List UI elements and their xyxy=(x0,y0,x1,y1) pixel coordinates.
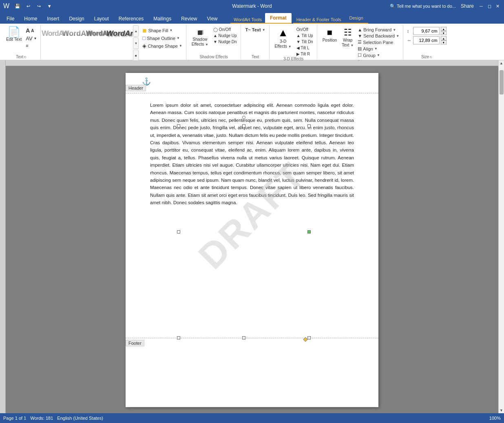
size-content: ↕ ▲ ▼ ↔ ▲ ▼ xyxy=(407,25,447,55)
3d-tilt-up-button[interactable]: ▲ Tilt Up xyxy=(295,33,314,38)
tab-view[interactable]: View xyxy=(202,14,223,24)
bring-forward-label: Bring Forward xyxy=(363,27,391,32)
header-area[interactable]: ⚓ Header xyxy=(126,73,378,93)
width-icon: ↔ xyxy=(407,38,412,43)
scrollbar-vertical[interactable]: ▲ ▼ xyxy=(498,60,504,413)
indent-icon: ≡ xyxy=(26,43,28,48)
width-input[interactable] xyxy=(413,36,440,44)
size-expand-icon[interactable]: ⎋ xyxy=(430,55,432,59)
edit-text-button[interactable]: 📄 Edit Text xyxy=(4,25,24,43)
av-spacing-button[interactable]: AV ▼ xyxy=(24,35,38,42)
group-arrange: ■ Position ☷ WrapText ▼ ▲ Bring Forward … xyxy=(318,24,403,60)
minimize-button[interactable]: ─ xyxy=(478,3,484,9)
handle-mr[interactable] xyxy=(307,230,311,234)
wordart-style-4[interactable]: WordArt xyxy=(110,26,131,41)
word-count: Words: 181 xyxy=(30,416,53,421)
bring-forward-button[interactable]: ▲ Bring Forward ▼ xyxy=(356,27,400,33)
shape-fill-arrow: ▼ xyxy=(169,29,172,32)
font-size-small-icon: A xyxy=(31,29,34,33)
save-button[interactable]: 💾 xyxy=(13,2,22,10)
align-button[interactable]: ▤ Align ▼ xyxy=(356,46,400,52)
scroll-thumb[interactable] xyxy=(500,70,504,95)
3d-tilt-right-button[interactable]: ▶ Tilt R xyxy=(295,51,314,57)
send-backward-button[interactable]: ▼ Send Backward ▼ xyxy=(356,33,400,39)
wordart-style-2[interactable]: WordArt xyxy=(66,26,87,41)
edit-text-label: Edit Text xyxy=(6,37,22,42)
shape-outline-icon: □ xyxy=(142,35,146,41)
shape-outline-button[interactable]: □ Shape Outline ▼ xyxy=(141,35,183,42)
font-size-large-icon: A xyxy=(26,27,30,34)
position-button[interactable]: ■ Position xyxy=(321,26,339,44)
page-content: DRAFT Lorem xyxy=(126,93,378,338)
tab-design[interactable]: Design xyxy=(64,14,89,24)
tab-references[interactable]: References xyxy=(114,14,148,24)
handle-ml[interactable] xyxy=(177,230,180,234)
align-icon: ▤ xyxy=(358,46,362,51)
word-icon: W xyxy=(3,2,9,10)
width-spin-down[interactable]: ▼ xyxy=(441,40,447,44)
page-info: Page 1 of 1 xyxy=(3,416,26,421)
height-input[interactable] xyxy=(413,27,440,35)
footer-area[interactable]: Footer xyxy=(126,338,378,354)
3d-on-off-button[interactable]: On/Off xyxy=(295,27,314,32)
wordart-scroll-up[interactable]: ▲ xyxy=(133,25,139,37)
3d-effects-label: 3-DEffects ▼ xyxy=(275,39,292,49)
quick-access-toolbar: W 💾 ↩ ↪ ▼ xyxy=(3,2,53,10)
height-spin-down[interactable]: ▼ xyxy=(441,31,447,35)
group-shadow-label: Shadow Effects xyxy=(190,55,238,60)
doc-area: ⚓ Header DRAFT xyxy=(0,60,504,413)
footer-label: Footer xyxy=(126,340,144,346)
shadow-effects-button[interactable]: ■ ■ ShadowEffects ▼ xyxy=(190,25,210,48)
tab-review[interactable]: Review xyxy=(176,14,202,24)
group-objects-button[interactable]: ☐ Group ▼ xyxy=(356,52,400,58)
wrap-text-icon: ☷ xyxy=(344,27,352,38)
close-button[interactable]: ✕ xyxy=(494,3,501,9)
change-shape-icon: ◈ xyxy=(142,43,146,49)
font-size-large-button[interactable]: A A xyxy=(24,27,38,34)
text-format-btns: T~ Text ▼ xyxy=(244,25,267,33)
group-text-expand-icon[interactable]: ⎋ xyxy=(24,55,26,59)
wordart-styles-row1: WordArt WordArt WordArt WordArt xyxy=(44,26,131,41)
tab-insert[interactable]: Insert xyxy=(42,14,64,24)
3d-effects-button[interactable]: ▲ 3-DEffects ▼ xyxy=(273,25,294,50)
doc-scroll-area[interactable]: ⚓ Header DRAFT xyxy=(6,60,498,413)
shape-fill-button[interactable]: ◼ Shape Fill ▼ xyxy=(141,27,183,34)
customize-qat-button[interactable]: ▼ xyxy=(45,2,53,10)
shadow-nudge-up-button[interactable]: ▲ Nudge Up xyxy=(212,33,238,38)
undo-button[interactable]: ↩ xyxy=(24,2,32,10)
text-button[interactable]: T~ Text ▼ xyxy=(244,27,267,33)
3d-tilt-down-button[interactable]: ▼ Tilt Dn xyxy=(295,39,314,44)
scroll-up-button[interactable]: ▲ xyxy=(499,60,504,66)
wordart-scroll-more[interactable]: ■ xyxy=(133,50,139,61)
text-small-btns: A A AV ▼ ≡ xyxy=(24,25,38,48)
3d-toggle-btns: On/Off ▲ Tilt Up ▼ Tilt Dn ◀ Tilt L ▶ Ti… xyxy=(294,25,314,57)
width-spin-up[interactable]: ▲ xyxy=(441,36,447,40)
help-search[interactable]: 🔍 Tell me what you want to do... xyxy=(390,4,456,9)
restore-button[interactable]: ◻ xyxy=(486,3,493,9)
tab-format[interactable]: Format xyxy=(265,13,292,23)
selection-pane-button[interactable]: ☰ Selection Pane xyxy=(356,39,400,45)
window-controls: 🔍 Tell me what you want to do... Share ─… xyxy=(390,3,501,9)
context-tabs-wordart: WordArt Tools Format xyxy=(230,13,291,24)
tab-file[interactable]: File xyxy=(2,14,19,24)
shadow-on-off-button[interactable]: ◯ On/Off xyxy=(212,27,238,32)
context-tabs-hf: Header & Footer Tools Design xyxy=(293,13,368,24)
shadow-nudge-down-button[interactable]: ▼ Nudge Dn xyxy=(212,39,238,44)
scroll-down-button[interactable]: ▼ xyxy=(499,408,504,413)
3d-tilt-left-button[interactable]: ◀ Tilt L xyxy=(295,45,314,51)
height-spin-up[interactable]: ▲ xyxy=(441,27,447,31)
wrap-text-button[interactable]: ☷ WrapText ▼ xyxy=(340,26,356,49)
tab-mailings[interactable]: Mailings xyxy=(148,14,176,24)
tab-home[interactable]: Home xyxy=(19,14,42,24)
change-shape-button[interactable]: ◈ Change Shape ▼ xyxy=(141,42,183,49)
wordart-scroll-down[interactable]: ▼ xyxy=(133,37,139,49)
height-icon: ↕ xyxy=(407,29,412,33)
tab-layout[interactable]: Layout xyxy=(89,14,114,24)
share-button[interactable]: Share xyxy=(461,3,474,9)
tab-hf-design[interactable]: Design xyxy=(345,13,368,23)
ruler-horizontal xyxy=(6,60,498,66)
status-bar: Page 1 of 1 Words: 181 English (United S… xyxy=(0,413,504,423)
redo-button[interactable]: ↪ xyxy=(35,2,43,10)
text-indent-button[interactable]: ≡ xyxy=(24,43,38,48)
text-right-content: T~ Text ▼ xyxy=(244,25,267,55)
